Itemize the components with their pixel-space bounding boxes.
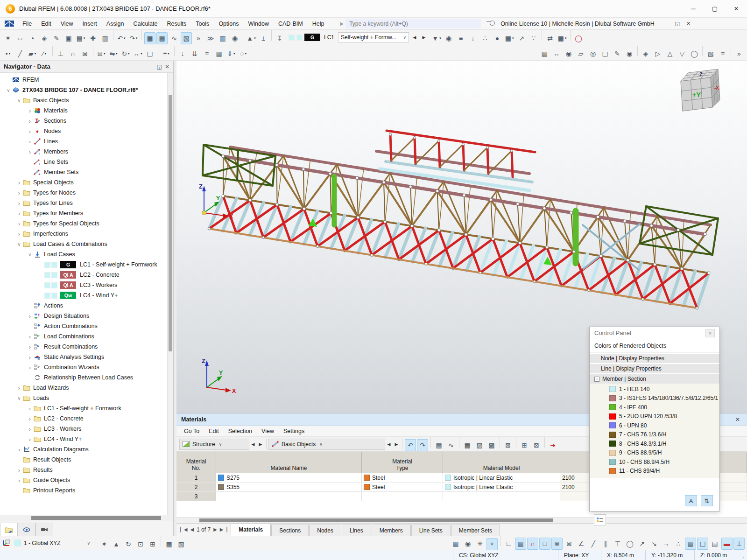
diagram-button[interactable]: ∿ [169, 32, 180, 44]
lc-graphic-toggle[interactable] [296, 35, 303, 41]
new-guideline-button[interactable]: ✳ [474, 538, 486, 550]
ellipse-snap-button[interactable]: ◯ [624, 538, 635, 550]
first-table-button[interactable]: ▏◀ [180, 527, 187, 532]
edit-objects-button[interactable]: ± [258, 32, 269, 44]
tree-item-relationship-between-load-cases[interactable]: Relationship Between Load Cases [0, 372, 167, 383]
tree-item-lc2-concrete[interactable]: QI ALC2 - Concrete [0, 270, 167, 280]
web-diagonal-near[interactable] [491, 200, 520, 243]
new-node-button[interactable]: •▾ [2, 48, 14, 60]
line-grid-button[interactable]: ▦ [539, 48, 550, 60]
view-in-x-button[interactable]: ▷ [652, 48, 663, 60]
end-brace[interactable] [640, 244, 712, 255]
menu-help[interactable]: Help [308, 18, 329, 30]
node-point[interactable] [438, 140, 440, 142]
table-tab-sections[interactable]: Sections [271, 525, 309, 536]
tree-expander-icon[interactable]: › [15, 189, 23, 196]
table-cell[interactable]: Steel [362, 483, 443, 492]
doc-restore-icon[interactable]: ◱ [672, 19, 683, 28]
new-line-load-button[interactable]: ≡ [201, 48, 212, 60]
object-snap-button[interactable]: ∩ [527, 538, 538, 550]
table-cell[interactable]: 2 [176, 483, 216, 492]
filter-table-1-button[interactable]: ▦ [462, 439, 473, 451]
vertical-near[interactable] [410, 187, 412, 226]
tree-expander-icon[interactable]: › [26, 118, 34, 125]
close-button[interactable]: ✕ [726, 0, 747, 18]
export-table-button[interactable]: ⊞ [519, 439, 530, 451]
new-line-release-button[interactable]: ⊠ [79, 48, 91, 60]
rfem-cube-button[interactable]: ◈ [39, 32, 50, 44]
node-point[interactable] [516, 203, 519, 205]
tree-item-line-sets[interactable]: +Line Sets [0, 157, 167, 167]
tree-item-load-cases[interactable]: ∨Load Cases [0, 249, 167, 259]
node-point[interactable] [437, 229, 440, 231]
tree-item-imperfections[interactable]: ›Imperfections [0, 229, 167, 239]
box-snap-button[interactable]: ⊠ [564, 538, 575, 550]
web-diagonal-near[interactable] [466, 200, 491, 235]
node-point[interactable] [677, 229, 680, 231]
node-point[interactable] [409, 185, 412, 188]
last-table-button[interactable]: ▶▕ [220, 527, 227, 532]
tree-expander-icon[interactable]: ∨ [26, 252, 34, 257]
legend-item[interactable]: 8 - CHS 48.3/3.1/H [590, 439, 719, 448]
keyword-search-input[interactable] [345, 19, 481, 28]
tree-item-lc3-workers[interactable]: ›LC3 - Workers [0, 424, 167, 434]
node-point[interactable] [410, 224, 413, 227]
tree-item-lc4-wind-y[interactable]: QwLC4 - Wind Y+ [0, 290, 167, 301]
web-diagonal-near[interactable] [358, 182, 384, 217]
column-header[interactable]: MaterialNo. [176, 452, 216, 473]
navigator-button[interactable]: ▧ [181, 32, 192, 44]
find-red-button[interactable]: ◯ [573, 32, 584, 44]
legend-row-node[interactable]: Node | Display Properties [590, 354, 719, 363]
node-point[interactable] [302, 168, 305, 171]
menu-cad-bim[interactable]: CAD-BIM [274, 18, 308, 30]
display-load-values-button[interactable]: ◉ [443, 32, 454, 44]
layers-button[interactable]: ▤ [709, 538, 720, 550]
menu-file[interactable]: File [18, 18, 36, 30]
menu-assign[interactable]: Assign [102, 18, 129, 30]
tree-item-load-cases-combinations[interactable]: ∨Load Cases & Combinations [0, 239, 167, 249]
search-icon[interactable] [486, 20, 496, 28]
node-point[interactable] [704, 233, 706, 236]
new-member-button[interactable]: ▰▾ [27, 48, 38, 60]
node-point[interactable] [248, 159, 251, 162]
cs-rotate-button[interactable]: ↻ [123, 538, 134, 550]
tree-item-load-combinations[interactable]: ›Load Combinations [0, 331, 167, 342]
tree-expander-icon[interactable]: › [15, 446, 23, 453]
tree-item-result-objects[interactable]: Result Objects [0, 455, 167, 465]
node-point[interactable] [249, 199, 252, 202]
prev-page-button[interactable]: ◀ [190, 527, 194, 532]
relations-back-button[interactable]: ↶ [405, 439, 416, 451]
undo-button[interactable]: ↶▾ [116, 32, 127, 44]
settings-transfer-button[interactable]: ⇄ [544, 32, 556, 44]
new-nodal-load-button[interactable]: ↓ [177, 48, 188, 60]
menu-results[interactable]: Results [162, 18, 191, 30]
node-point[interactable] [262, 236, 265, 238]
tree-expander-icon[interactable]: › [15, 385, 23, 392]
node-point[interactable] [707, 272, 710, 274]
more-values-button[interactable]: ∵ [528, 32, 539, 44]
node-point[interactable] [222, 195, 225, 197]
node-point[interactable] [545, 246, 548, 249]
member-section-group[interactable]: − Member | Section [590, 374, 719, 384]
assign-load-button[interactable]: ⇓▾ [226, 48, 237, 60]
tree-vertical-scrollbar[interactable] [167, 73, 173, 515]
materials-menu-view[interactable]: View [257, 428, 279, 434]
parallel-snap-button[interactable]: ∥ [600, 538, 611, 550]
cs-pin-button[interactable]: ⊞ [147, 538, 158, 550]
tree-item-types-for-special-objects[interactable]: ›Types for Special Objects [0, 218, 167, 229]
display-properties-button[interactable]: ▧ [705, 48, 716, 60]
node-point[interactable] [463, 194, 465, 197]
column-header[interactable]: Material Model [443, 452, 560, 473]
next-table-group-button[interactable]: ▶ [257, 439, 264, 449]
decimal-places-button[interactable]: ≡ [455, 32, 466, 44]
table-columns-button[interactable]: ▤ [433, 439, 444, 451]
console-button[interactable]: » [193, 32, 204, 44]
node-point[interactable] [627, 259, 629, 262]
column-header[interactable]: MaterialType [362, 452, 443, 473]
new-table-button[interactable]: ✚ [87, 32, 99, 44]
mirror-object-button[interactable]: ⇋▾ [108, 48, 119, 60]
tree-expander-icon[interactable]: ∨ [5, 88, 12, 93]
node-point[interactable] [623, 220, 626, 223]
vertical-far[interactable] [493, 190, 497, 239]
rendering-button[interactable]: ● [492, 32, 503, 44]
